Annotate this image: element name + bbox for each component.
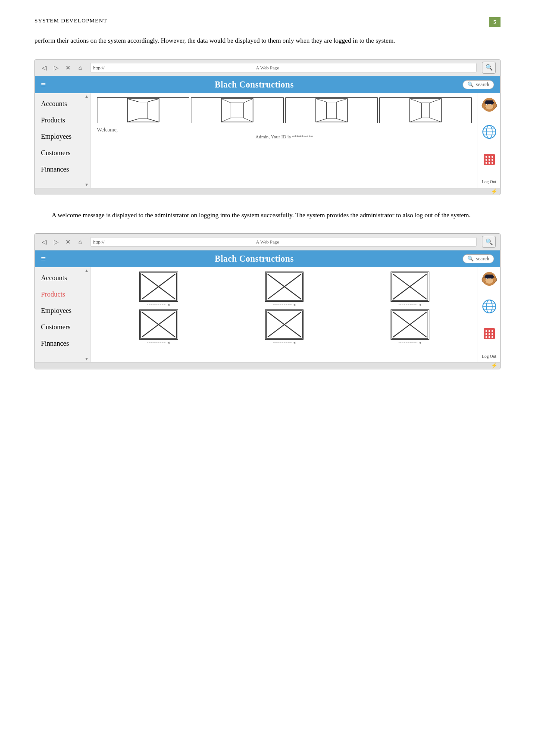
scroll-bottom-2: ▼ <box>84 356 89 361</box>
svg-point-87 <box>485 330 487 332</box>
menu-icon-2[interactable]: ≡ <box>41 254 46 264</box>
svg-point-90 <box>485 333 487 335</box>
svg-rect-80 <box>485 276 494 278</box>
svg-point-46 <box>491 156 493 158</box>
svg-point-51 <box>488 162 490 164</box>
site-search-box-2[interactable]: 🔍 search <box>463 254 494 263</box>
settings-icon-1[interactable] <box>481 151 497 168</box>
image-grid-2: ~~~~~~~~~~ ◄ ~~~~~~~~~~ ◄ <box>97 272 472 345</box>
site-nav-bar-2: ≡ Blach Constructions 🔍 search <box>35 250 500 267</box>
url-bar-1[interactable]: http:// <box>90 63 477 72</box>
img-x-2 <box>265 272 303 302</box>
svg-point-92 <box>491 333 493 335</box>
monkey-icon-2[interactable] <box>481 271 497 287</box>
page-header: SYSTEM DEVELOPMENT 5 <box>34 17 501 27</box>
svg-point-44 <box>485 156 487 158</box>
site-main-1: Welcome, Admin, Your ID is ********* <box>91 93 478 188</box>
site-body-1: ▲ Accounts Products Employees Customers … <box>35 93 500 188</box>
browser-toolbar-1: A Web Page ◁ ▷ ✕ ⌂ http:// 🔍 <box>35 59 500 76</box>
url-bar-2[interactable]: http:// <box>90 237 477 247</box>
img-box-1 <box>97 97 189 123</box>
sidebar-item-employees-1[interactable]: Employees <box>35 128 91 145</box>
product-text-6: ~~~~~~~~~~ ◄ <box>398 341 422 345</box>
home-button-2[interactable]: ⌂ <box>75 237 85 247</box>
sidebar-item-customers-2[interactable]: Customers <box>35 319 91 335</box>
browser-search-btn-1[interactable]: 🔍 <box>482 62 496 74</box>
site-nav-bar-1: ≡ Blach Constructions 🔍 search <box>35 76 500 93</box>
img-box-2 <box>191 97 283 123</box>
section-title: SYSTEM DEVELOPMENT <box>34 17 107 24</box>
browser-bottom-bar-1: ⚡ <box>35 188 500 195</box>
browser-title-2: A Web Page <box>256 239 279 244</box>
svg-point-49 <box>491 159 493 161</box>
svg-point-88 <box>488 330 490 332</box>
sidebar-item-accounts-2[interactable]: Accounts <box>35 270 91 286</box>
svg-point-50 <box>485 162 487 164</box>
log-out-label-2[interactable]: Log Out <box>482 354 497 359</box>
sidebar-item-customers-1[interactable]: Customers <box>35 145 91 161</box>
browser-search-btn-2[interactable]: 🔍 <box>482 236 496 248</box>
close-button-2[interactable]: ✕ <box>63 237 73 247</box>
site-logo-1: Blach Constructions <box>215 80 294 90</box>
image-grid-1 <box>97 97 472 123</box>
monkey-icon-1[interactable] <box>481 97 497 113</box>
sidebar-item-products-2[interactable]: Products <box>35 286 91 303</box>
img-x-1 <box>139 272 178 302</box>
product-text-4: ~~~~~~~~~~ ◄ <box>147 341 170 345</box>
site-right-panel-1: Log Out <box>478 93 500 188</box>
svg-point-89 <box>491 330 493 332</box>
site-body-2: ▲ Accounts Products Employees Customers … <box>35 267 500 362</box>
welcome-id-1: Admin, Your ID is ********* <box>97 134 472 139</box>
browser-title-1: A Web Page <box>256 65 279 70</box>
product-col-5: ~~~~~~~~~~ ◄ <box>223 309 346 345</box>
img-x-3 <box>391 272 429 302</box>
globe-icon-2[interactable] <box>481 298 497 315</box>
log-out-label-1: Log Out <box>482 179 497 184</box>
sidebar-item-accounts-1[interactable]: Accounts <box>35 96 91 112</box>
bottom-icon-1: ⚡ <box>491 188 497 195</box>
product-text-5: ~~~~~~~~~~ ◄ <box>273 341 296 345</box>
globe-icon-1[interactable] <box>481 124 497 140</box>
menu-icon-1[interactable]: ≡ <box>41 80 46 90</box>
page-number: 5 <box>489 17 501 27</box>
back-button-1[interactable]: ◁ <box>39 63 49 72</box>
home-button-1[interactable]: ⌂ <box>75 63 85 72</box>
forward-button-2[interactable]: ▷ <box>51 237 61 247</box>
product-text-3: ~~~~~~~~~~ ◄ <box>398 303 422 307</box>
img-x-4 <box>139 309 178 340</box>
svg-point-93 <box>485 336 487 338</box>
img-box-4 <box>379 97 472 123</box>
welcome-text-1: Welcome, <box>97 127 472 133</box>
sidebar-item-finnances-2[interactable]: Finnances <box>35 335 91 352</box>
browser-bottom-bar-2: ⚡ <box>35 362 500 369</box>
product-text-2: ~~~~~~~~~~ ◄ <box>273 303 296 307</box>
product-text-1: ~~~~~~~~~~ ◄ <box>147 303 170 307</box>
sidebar-item-employees-2[interactable]: Employees <box>35 303 91 319</box>
product-col-3: ~~~~~~~~~~ ◄ <box>348 272 472 307</box>
scroll-bottom-1: ▼ <box>84 182 89 187</box>
settings-icon-2[interactable] <box>481 325 497 342</box>
svg-point-48 <box>488 159 490 161</box>
forward-button-1[interactable]: ▷ <box>51 63 61 72</box>
back-button-2[interactable]: ◁ <box>39 237 49 247</box>
browser-toolbar-2: A Web Page ◁ ▷ ✕ ⌂ http:// 🔍 <box>35 234 500 250</box>
site-main-2: ~~~~~~~~~~ ◄ ~~~~~~~~~~ ◄ <box>91 267 478 362</box>
site-logo-2: Blach Constructions <box>215 254 294 264</box>
img-x-5 <box>265 309 303 340</box>
sidebar-item-finnances-1[interactable]: Finnances <box>35 161 91 178</box>
product-col-1: ~~~~~~~~~~ ◄ <box>97 272 220 307</box>
body-text-1: perform their actions on the system acco… <box>34 34 501 47</box>
svg-point-95 <box>491 336 493 338</box>
product-col-6: ~~~~~~~~~~ ◄ <box>348 309 472 345</box>
product-col-2: ~~~~~~~~~~ ◄ <box>223 272 346 307</box>
site-sidebar-1: ▲ Accounts Products Employees Customers … <box>35 93 91 188</box>
img-box-3 <box>285 97 378 123</box>
site-right-panel-2: Log Out <box>478 267 500 362</box>
site-search-box-1[interactable]: 🔍 search <box>463 80 494 89</box>
sidebar-item-products-1[interactable]: Products <box>35 112 91 128</box>
close-button-1[interactable]: ✕ <box>63 63 73 72</box>
bottom-icon-2: ⚡ <box>491 362 497 369</box>
scroll-top-2: ▲ <box>84 268 89 273</box>
search-icon-1: 🔍 <box>467 81 474 88</box>
scroll-top-1: ▲ <box>84 94 89 99</box>
